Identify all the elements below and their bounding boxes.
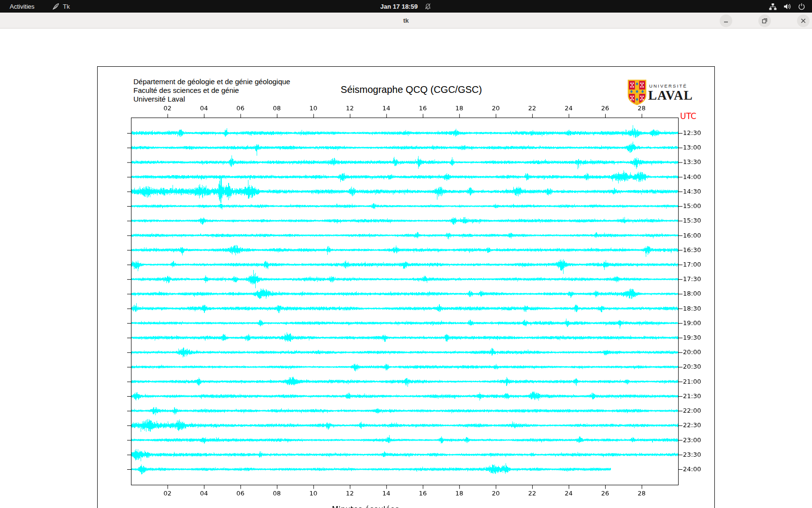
utc-time-label: 15:00 [683, 202, 701, 209]
utc-time-label: 15:30 [683, 217, 701, 224]
close-icon[interactable] [797, 15, 810, 27]
x-tick-label: 06 [233, 490, 247, 497]
clock-label: Jan 17 18:59 [380, 3, 418, 10]
x-tick-label: 20 [489, 105, 503, 112]
window-titlebar[interactable]: tk [0, 13, 812, 29]
x-tick-label: 26 [598, 105, 612, 112]
utc-time-label: 17:00 [683, 261, 701, 268]
utc-time-label: 20:00 [683, 348, 701, 356]
x-tick-label: 10 [306, 490, 320, 497]
x-tick-label: 12 [343, 490, 357, 497]
x-tick-label: 28 [635, 490, 649, 497]
activities-button[interactable]: Activities [6, 0, 38, 13]
x-tick-label: 10 [306, 105, 320, 112]
notifications-disabled-icon [424, 3, 432, 10]
utc-time-label: 18:00 [683, 290, 701, 297]
x-tick-label: 14 [379, 490, 393, 497]
minimize-button[interactable] [720, 15, 732, 27]
x-axis-title: Minutes écoulées [317, 505, 414, 508]
x-tick-label: 24 [562, 490, 576, 497]
utc-time-label: 23:00 [683, 436, 701, 444]
gnome-top-bar: Activities Tk Jan 17 18:59 [0, 0, 812, 13]
x-tick-label: 18 [452, 490, 466, 497]
utc-time-label: 13:00 [683, 144, 701, 151]
tk-app-indicator[interactable]: Tk [52, 0, 70, 13]
tk-window-content: Département de géologie et de génie géol… [0, 29, 812, 508]
x-tick-label: 16 [416, 105, 430, 112]
x-tick-label: 26 [598, 490, 612, 497]
clock-area[interactable]: Jan 17 18:59 [380, 0, 432, 13]
x-tick-label: 18 [452, 105, 466, 112]
utc-time-label: 19:30 [683, 334, 701, 341]
power-icon [798, 3, 805, 10]
screen: Activities Tk Jan 17 18:59 [0, 0, 812, 508]
x-tick-label: 24 [562, 105, 576, 112]
seismograph-card: Département de géologie et de génie géol… [97, 66, 715, 508]
tk-feather-icon [52, 3, 59, 10]
utc-time-label: 19:00 [683, 319, 701, 327]
x-tick-label: 02 [160, 490, 174, 497]
seismograph-canvas [98, 67, 715, 508]
volume-icon [783, 3, 791, 10]
x-tick-label: 28 [635, 105, 649, 112]
utc-time-label: 12:30 [683, 129, 701, 136]
x-tick-label: 02 [160, 105, 174, 112]
utc-axis-label: UTC [680, 111, 696, 121]
utc-time-label: 21:00 [683, 378, 701, 385]
window-title: tk [0, 13, 812, 28]
utc-time-label: 22:00 [683, 407, 701, 414]
network-icon [769, 3, 777, 10]
utc-time-label: 20:30 [683, 363, 701, 370]
x-tick-label: 08 [270, 105, 284, 112]
x-tick-label: 14 [379, 105, 393, 112]
tk-app-indicator-label: Tk [63, 3, 70, 10]
utc-time-label: 16:30 [683, 246, 701, 254]
x-tick-label: 22 [525, 490, 539, 497]
utc-time-label: 21:30 [683, 392, 701, 400]
utc-time-label: 13:30 [683, 158, 701, 165]
x-tick-label: 04 [197, 490, 211, 497]
utc-time-label: 22:30 [683, 421, 701, 429]
utc-time-label: 14:30 [683, 188, 701, 195]
utc-time-label: 14:00 [683, 173, 701, 180]
maximize-button[interactable] [758, 15, 771, 27]
x-tick-label: 12 [343, 105, 357, 112]
x-tick-label: 16 [416, 490, 430, 497]
system-status-area[interactable] [769, 0, 805, 13]
x-tick-label: 04 [197, 105, 211, 112]
utc-time-label: 17:30 [683, 275, 701, 283]
x-tick-label: 08 [270, 490, 284, 497]
utc-time-label: 23:30 [683, 451, 701, 458]
x-tick-label: 06 [233, 105, 247, 112]
x-tick-label: 20 [489, 490, 503, 497]
x-tick-label: 22 [525, 105, 539, 112]
utc-time-label: 24:00 [683, 465, 701, 473]
utc-time-label: 16:00 [683, 232, 701, 239]
utc-time-label: 18:30 [683, 305, 701, 312]
